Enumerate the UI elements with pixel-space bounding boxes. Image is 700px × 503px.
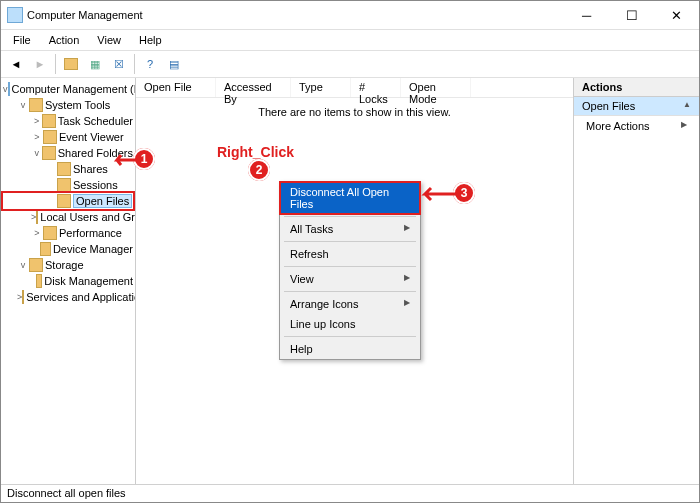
tree-label: Disk Management (44, 275, 133, 287)
actions-selected[interactable]: Open Files ▲ (574, 97, 699, 116)
folder-icon (36, 210, 38, 224)
expand-icon[interactable]: v (17, 100, 29, 110)
menu-separator (284, 291, 416, 292)
tree-label: Device Manager (53, 243, 133, 255)
chevron-right-icon: ▶ (404, 273, 410, 285)
tree-label: System Tools (45, 99, 110, 111)
app-icon (7, 7, 23, 23)
folder-icon (43, 130, 57, 144)
folder-icon (57, 178, 71, 192)
up-button[interactable] (60, 53, 82, 75)
back-button[interactable]: ◄ (5, 53, 27, 75)
status-bar: Disconnect all open files (1, 484, 699, 502)
menu-separator (284, 266, 416, 267)
chevron-right-icon: ▶ (681, 120, 687, 132)
col-locks[interactable]: # Locks (351, 78, 401, 97)
tree-item-task-scheduler[interactable]: >Task Scheduler (3, 113, 133, 129)
tree-label: Shared Folders (58, 147, 133, 159)
column-headers[interactable]: Open File Accessed By Type # Locks Open … (136, 78, 573, 98)
tree-label: Local Users and Groups (40, 211, 136, 223)
ctx-view[interactable]: View▶ (280, 269, 420, 289)
menu-separator (284, 216, 416, 217)
ctx-label: View (290, 273, 314, 285)
chevron-right-icon: ▶ (404, 298, 410, 310)
tree-label: Storage (45, 259, 84, 271)
window-title: Computer Management (27, 9, 564, 21)
folder-icon (57, 194, 71, 208)
folder-icon (29, 98, 43, 112)
view-button[interactable]: ▤ (163, 53, 185, 75)
col-openmode[interactable]: Open Mode (401, 78, 471, 97)
folder-icon (22, 290, 24, 304)
col-type[interactable]: Type (291, 78, 351, 97)
folder-icon (40, 242, 51, 256)
ctx-arrange-icons[interactable]: Arrange Icons▶ (280, 294, 420, 314)
ctx-refresh[interactable]: Refresh (280, 244, 420, 264)
properties-button[interactable]: ▦ (84, 53, 106, 75)
tree-item-event-viewer[interactable]: >Event Viewer (3, 129, 133, 145)
actions-selected-label: Open Files (582, 100, 635, 112)
folder-icon (36, 274, 43, 288)
ctx-help[interactable]: Help (280, 339, 420, 359)
forward-button[interactable]: ► (29, 53, 51, 75)
tree-label: Shares (73, 163, 108, 175)
menubar: File Action View Help (1, 30, 699, 50)
tree-item-shared-folders[interactable]: vShared Folders (3, 145, 133, 161)
minimize-button[interactable]: ─ (564, 1, 609, 29)
folder-icon (57, 162, 71, 176)
folder-icon (42, 146, 55, 160)
tree-label: Sessions (73, 179, 118, 191)
ctx-label: Disconnect All Open Files (290, 186, 410, 210)
actions-more-label: More Actions (586, 120, 650, 132)
tree-item-performance[interactable]: >Performance (3, 225, 133, 241)
ctx-label: All Tasks (290, 223, 333, 235)
refresh-button[interactable]: ☒ (108, 53, 130, 75)
menu-action[interactable]: Action (41, 32, 88, 48)
tree-item-open-files[interactable]: Open Files (3, 193, 133, 209)
folder-icon (42, 114, 55, 128)
tree-item-local-users-and-groups[interactable]: >Local Users and Groups (3, 209, 133, 225)
ctx-line-up-icons[interactable]: Line up Icons (280, 314, 420, 334)
context-menu: Disconnect All Open FilesAll Tasks▶Refre… (279, 181, 421, 360)
col-accessedby[interactable]: Accessed By (216, 78, 291, 97)
expand-icon[interactable]: > (31, 228, 43, 238)
window-controls: ─ ☐ ✕ (564, 1, 699, 29)
tree-item-sessions[interactable]: Sessions (3, 177, 133, 193)
tree-item-device-manager[interactable]: Device Manager (3, 241, 133, 257)
tree-item-system-tools[interactable]: vSystem Tools (3, 97, 133, 113)
tree-item-disk-management[interactable]: Disk Management (3, 273, 133, 289)
tree-label: Task Scheduler (58, 115, 133, 127)
ctx-all-tasks[interactable]: All Tasks▶ (280, 219, 420, 239)
tree-item-storage[interactable]: vStorage (3, 257, 133, 273)
tree-item-services-and-applications[interactable]: >Services and Applications (3, 289, 133, 305)
help-button[interactable]: ? (139, 53, 161, 75)
actions-more[interactable]: More Actions ▶ (574, 116, 699, 136)
menu-help[interactable]: Help (131, 32, 170, 48)
tree-label: Computer Management (Local) (12, 83, 137, 95)
titlebar: Computer Management ─ ☐ ✕ (1, 1, 699, 30)
expand-icon[interactable]: v (17, 260, 29, 270)
tree-root[interactable]: v Computer Management (Local) (3, 81, 133, 97)
tree-item-shares[interactable]: Shares (3, 161, 133, 177)
close-button[interactable]: ✕ (654, 1, 699, 29)
actions-pane: Actions Open Files ▲ More Actions ▶ (573, 78, 699, 486)
nav-tree[interactable]: v Computer Management (Local) vSystem To… (1, 78, 136, 486)
ctx-disconnect-all-open-files[interactable]: Disconnect All Open Files (280, 182, 420, 214)
expand-icon[interactable]: > (31, 132, 43, 142)
tree-label: Open Files (73, 194, 132, 208)
expand-icon[interactable]: > (31, 116, 42, 126)
tree-label: Services and Applications (26, 291, 136, 303)
col-openfile[interactable]: Open File (136, 78, 216, 97)
menu-file[interactable]: File (5, 32, 39, 48)
toolbar: ◄ ► ▦ ☒ ? ▤ (1, 50, 699, 78)
chevron-up-icon: ▲ (683, 100, 691, 112)
ctx-label: Help (290, 343, 313, 355)
menu-view[interactable]: View (89, 32, 129, 48)
empty-message: There are no items to show in this view. (136, 98, 573, 118)
tree-label: Event Viewer (59, 131, 124, 143)
expand-icon[interactable]: v (31, 148, 42, 158)
folder-icon (43, 226, 57, 240)
actions-header: Actions (574, 78, 699, 97)
maximize-button[interactable]: ☐ (609, 1, 654, 29)
ctx-label: Refresh (290, 248, 329, 260)
